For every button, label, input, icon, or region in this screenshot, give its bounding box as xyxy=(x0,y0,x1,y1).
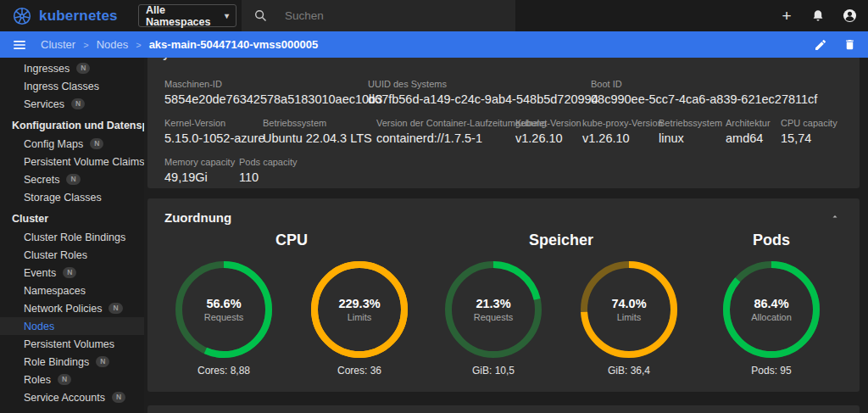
sidebar-item-label: Persistent Volumes xyxy=(24,338,114,350)
donut-caption: Pods: 95 xyxy=(751,365,791,377)
sidebar-item-namespaces[interactable]: Namespaces xyxy=(0,282,144,299)
detail-value: containerd://1.7.5-1 xyxy=(376,131,515,147)
donut-caption: GiB: 10,5 xyxy=(472,365,515,377)
new-badge: N xyxy=(112,392,125,403)
sidebar-item-network-policies[interactable]: Network Policies N xyxy=(0,299,144,317)
donut-chart: 74.0% Limits GiB: 36,4 xyxy=(570,260,688,377)
detail-field: Version der Container-Laufzeitumgebung c… xyxy=(376,118,515,147)
sidebar-item-service-accounts[interactable]: Service Accounts N xyxy=(0,388,144,406)
detail-value: 5.15.0-1052-azure xyxy=(164,131,263,147)
allocation-card: Zuordnung CPU 56.6% Requests Cores: 8,88 xyxy=(147,198,860,392)
plus-icon: + xyxy=(782,8,791,24)
detail-value: 110 xyxy=(239,170,297,186)
search-icon[interactable] xyxy=(253,8,268,23)
sidebar-item-cluster-roles[interactable]: Cluster Roles xyxy=(0,246,144,264)
donut-label: Limits xyxy=(348,312,372,322)
donut-chart: 86.4% Allocation Pods: 95 xyxy=(712,260,831,377)
detail-field: CPU capacity 15,74 xyxy=(781,118,837,147)
breadcrumb-item-nodes[interactable]: Nodes xyxy=(97,38,129,51)
sidebar-item-label: Ingresses xyxy=(24,63,70,75)
detail-field: Maschinen-ID 5854e20de76342578a5183010ae… xyxy=(164,79,368,108)
breadcrumb-item-cluster[interactable]: Cluster xyxy=(41,38,75,51)
donut-caption: Cores: 36 xyxy=(337,365,381,377)
detail-field: UUID des Systems d67fb56d-a149-c24c-9ab4… xyxy=(368,79,591,108)
donut-caption: GiB: 36,4 xyxy=(608,365,650,377)
notifications-button[interactable] xyxy=(810,8,826,25)
sidebar-item-config-maps[interactable]: Config Maps N xyxy=(0,135,144,153)
detail-field: Kernel-Version 5.15.0-1052-azure xyxy=(164,118,263,147)
account-button[interactable] xyxy=(841,8,858,25)
menu-button[interactable] xyxy=(12,37,27,53)
detail-row: Memory capacity 49,19Gi Pods capacity 11… xyxy=(164,157,843,186)
sidebar-item-label: Cluster Roles xyxy=(24,249,87,261)
donut-label: Requests xyxy=(204,312,243,322)
new-badge: N xyxy=(58,374,71,385)
sidebar-item-ingress-classes[interactable]: Ingress Classes xyxy=(0,77,144,95)
sidebar-item-ingresses[interactable]: Ingresses N xyxy=(0,59,144,77)
sidebar-item-nodes[interactable]: Nodes xyxy=(0,317,144,335)
breadcrumb: Cluster > Nodes > aks-main-50447140-vmss… xyxy=(41,38,318,51)
detail-field: Kubelet-Version v1.26.10 xyxy=(515,118,582,147)
breadcrumb-separator: > xyxy=(83,40,88,50)
donut-group-title: Pods xyxy=(708,232,835,254)
new-badge: N xyxy=(108,303,122,314)
detail-label: kube-proxy-Version xyxy=(582,118,659,129)
sidebar-item-services[interactable]: Services N xyxy=(0,95,144,113)
donut-label: Limits xyxy=(617,312,642,322)
donut-chart: 21.3% Requests GiB: 10,5 xyxy=(434,260,553,377)
new-badge: N xyxy=(96,356,109,367)
brand[interactable]: kubernetes xyxy=(12,0,118,31)
detail-value: amd64 xyxy=(726,131,781,147)
next-card-edge xyxy=(147,405,860,413)
node-details-card: y Maschinen-ID 5854e20de76342578a5183010… xyxy=(147,58,860,188)
detail-label: Memory capacity xyxy=(164,157,239,168)
sidebar-item-persistent-volumes[interactable]: Persistent Volumes xyxy=(0,335,144,353)
sidebar-item-persistent-volume-claims[interactable]: Persistent Volume Claims N xyxy=(0,153,144,170)
node-details-fields: Maschinen-ID 5854e20de76342578a5183010ae… xyxy=(164,79,843,186)
detail-label: Boot ID xyxy=(591,79,817,90)
create-resource-button[interactable]: + xyxy=(778,8,795,25)
detail-value: Ubuntu 22.04.3 LTS xyxy=(263,131,376,147)
pencil-icon xyxy=(814,38,827,52)
donut-label: Allocation xyxy=(751,312,792,322)
donut-percent: 229.3% xyxy=(338,297,380,310)
search-input[interactable] xyxy=(285,9,488,22)
detail-value: 5854e20de76342578a5183010aec10b3 xyxy=(164,92,368,108)
sidebar-item-label: Namespaces xyxy=(24,285,86,297)
sidebar-item-label: Role Bindings xyxy=(24,356,89,368)
detail-value: v1.26.10 xyxy=(582,131,659,147)
collapse-card-button[interactable] xyxy=(829,210,841,222)
sidebar-item-cluster-role-bindings[interactable]: Cluster Role Bindings xyxy=(0,228,144,246)
resource-actions xyxy=(814,38,856,52)
donut-row: 86.4% Allocation Pods: 95 xyxy=(708,260,835,377)
donut-row: 21.3% Requests GiB: 10,5 74.0% Limits Gi… xyxy=(434,260,688,377)
sidebar-item-storage-classes[interactable]: Storage Classes xyxy=(0,188,144,206)
sidebar-item-roles[interactable]: Roles N xyxy=(0,371,144,388)
detail-field: kube-proxy-Version v1.26.10 xyxy=(582,118,659,147)
detail-value: 08c990ee-5cc7-4ca6-a839-621ec27811cf xyxy=(591,92,817,108)
sidebar-item-secrets[interactable]: Secrets N xyxy=(0,170,144,188)
sidebar-nav: Ingresses N Ingress Classes Services N K… xyxy=(0,58,144,413)
detail-label: Architektur xyxy=(726,118,781,129)
sidebar-item-events[interactable]: Events N xyxy=(0,264,144,282)
top-app-bar: kubernetes Alle Namespaces ▾ + xyxy=(0,0,868,31)
edit-button[interactable] xyxy=(814,38,827,52)
detail-label: Pods capacity xyxy=(239,157,297,168)
detail-field: Pods capacity 110 xyxy=(239,157,297,186)
sidebar-item-label: Nodes xyxy=(24,321,54,332)
breadcrumb-current: aks-main-50447140-vmss000005 xyxy=(149,38,319,51)
donut-percent: 86.4% xyxy=(754,297,788,310)
detail-value: 49,19Gi xyxy=(164,170,239,186)
donut-label: Requests xyxy=(474,312,513,322)
detail-value: 15,74 xyxy=(781,131,837,147)
donut-group-title: CPU xyxy=(164,232,419,254)
detail-field: Betriebssystem Ubuntu 22.04.3 LTS xyxy=(263,118,376,147)
sidebar-section-header: Konfiguration und Datenspeicherung xyxy=(0,117,144,135)
sidebar-item-role-bindings[interactable]: Role Bindings N xyxy=(0,353,144,371)
delete-button[interactable] xyxy=(843,38,856,51)
kubernetes-logo-icon xyxy=(12,6,32,26)
sidebar-item-label: Ingress Classes xyxy=(24,81,99,92)
new-badge: N xyxy=(66,174,80,185)
search-bar[interactable] xyxy=(242,0,515,31)
namespace-selector[interactable]: Alle Namespaces ▾ xyxy=(138,4,236,27)
